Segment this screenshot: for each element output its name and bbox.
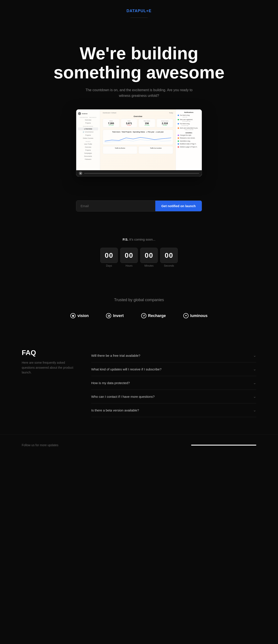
dash-stats-row: Views 7,265 +11.01% Visits 3,671 -0.03% … xyxy=(103,119,173,128)
dash-notif-time-3: Today, 11:59 AM xyxy=(180,129,198,130)
dash-traffic-location-label: Traffic by Location xyxy=(140,148,171,149)
dash-act-item-3: Modified A data in Page X. xyxy=(178,143,200,145)
dashboard-inner: Andrew Favorites · Recents Overview Proj… xyxy=(76,110,202,170)
chevron-down-icon-1: ⌄ xyxy=(253,367,256,372)
dash-notifications: Notifications You fixed a bug. Just now … xyxy=(176,110,202,170)
dash-breadcrumb: Dashboard / Default xyxy=(103,112,116,114)
dash-notif-dot-1 xyxy=(178,119,179,120)
dash-overview-title: Overview xyxy=(103,115,173,118)
countdown-unit-seconds: 00 Seconds xyxy=(160,248,178,267)
footer-bar xyxy=(191,445,256,446)
dash-traffic-device: Traffic by Device xyxy=(103,146,137,154)
countdown-label-seconds: Seconds xyxy=(164,264,174,267)
dash-nav-section-favorites: Favorites · Recents xyxy=(79,117,97,118)
dash-stat-activeusers-label: Active Users xyxy=(158,120,171,122)
hero-heading-line2: something awesome xyxy=(54,63,224,82)
email-section: Get notified on launch xyxy=(0,194,278,229)
vision-icon: ◉ xyxy=(70,313,76,318)
dash-nav-projects[interactable]: Projects xyxy=(78,122,98,124)
dash-nav-overview2[interactable]: ● Overview xyxy=(78,128,98,130)
dash-chart: Total Users · Total Projects · Operating… xyxy=(103,130,173,145)
faq-item-3: Who can I contact if I have more questio… xyxy=(91,390,256,404)
trusted-section: Trusted by global companies ◉ vision ◑ I… xyxy=(0,285,278,336)
faq-item-2: How is my data protected? ⌄ xyxy=(91,376,256,390)
dash-chart-title: Total Users · Total Projects · Operating… xyxy=(105,131,171,133)
dash-username: Andrew xyxy=(82,113,88,114)
faq-title: FAQ xyxy=(22,349,74,357)
hero-section: We're building something awesome The cou… xyxy=(0,31,278,194)
dash-act-text-1: Released a new version. xyxy=(180,137,195,139)
video-bar: ▶ xyxy=(76,170,202,176)
invert-icon: ◑ xyxy=(106,313,111,318)
chevron-down-icon-0: ⌄ xyxy=(253,353,256,358)
dash-notif-text-0: You fixed a bug. Just now xyxy=(180,114,190,118)
dash-act-dot-0 xyxy=(178,134,179,136)
dash-nav-section-dashboards: Dashboards xyxy=(79,126,97,127)
dash-notif-time-1: 59 minutes ago xyxy=(180,120,193,122)
invert-label: Invert xyxy=(113,314,124,318)
dash-act-text-4: Deleted a page in Project X. xyxy=(180,146,198,148)
trusted-logo-luminous: ✦ luminous xyxy=(183,313,208,318)
faq-question-4[interactable]: Is there a beta version available? ⌄ xyxy=(91,408,256,412)
dash-nav-campaigns[interactable]: Campaigns xyxy=(78,152,98,154)
dash-nav-pages-projects[interactable]: Projects xyxy=(78,149,98,152)
dash-nav-followers[interactable]: Followers xyxy=(78,158,98,161)
countdown-label-minutes: Minutes xyxy=(144,264,154,267)
dash-act-text-0: Changed the style. xyxy=(180,134,192,136)
chevron-down-icon-3: ⌄ xyxy=(253,394,256,399)
dash-nav-ecommerce[interactable]: 🛒 eCommerce xyxy=(78,130,98,134)
video-progress-bar[interactable] xyxy=(84,173,199,174)
faq-left: FAQ Here are some frequently asked quest… xyxy=(22,349,74,417)
dash-stat-visits-value: 3,671 xyxy=(123,122,136,125)
navbar: DATAPUL+E xyxy=(0,0,278,18)
dash-act-item-4: Deleted a page in Project X. xyxy=(178,146,200,148)
dash-sidebar: Andrew Favorites · Recents Overview Proj… xyxy=(76,110,100,170)
hero-heading-line1: We're building xyxy=(80,44,198,63)
dash-nav-pages-overview[interactable]: Overview xyxy=(78,146,98,148)
dash-nav-section-pages: Pages xyxy=(79,141,97,142)
get-notified-button[interactable]: Get notified on launch xyxy=(155,201,202,211)
dash-stat-views-label: Views xyxy=(105,120,118,122)
footer: Follow us for more updates xyxy=(0,434,278,456)
faq-item-4: Is there a beta version available? ⌄ xyxy=(91,404,256,417)
dash-topbar: Dashboard / Default Today xyxy=(103,112,173,114)
dash-act-dot-3 xyxy=(178,143,179,144)
countdown-timer: 00 Days 00 Hours 00 Minutes 00 Seconds xyxy=(9,248,269,267)
faq-question-text-1: What kind of updates will I receive if I… xyxy=(91,368,161,371)
countdown-unit-minutes: 00 Minutes xyxy=(140,248,158,267)
dash-notif-time-0: Just now xyxy=(180,116,190,118)
dash-nav-overview[interactable]: Overview xyxy=(78,118,98,121)
faq-question-0[interactable]: Will there be a free trial available? ⌄ xyxy=(91,353,256,358)
trusted-title: Trusted by global companies xyxy=(9,298,269,302)
dash-chart-svg xyxy=(105,134,171,143)
countdown-label-days: Days xyxy=(106,264,112,267)
logo-accent: +E xyxy=(146,9,152,13)
dash-bottom-charts: Traffic by Device Traffic by Location xyxy=(103,146,173,154)
countdown-label-bold: P.S. xyxy=(122,238,128,241)
dash-act-dot-2 xyxy=(178,140,179,142)
countdown-box-seconds: 00 xyxy=(160,248,178,263)
dash-notif-time-2: 12 hours ago xyxy=(180,125,190,126)
countdown-unit-hours: 00 Hours xyxy=(120,248,138,267)
dash-notif-text-1: New user registered. 59 minutes ago xyxy=(180,119,193,122)
faq-question-text-0: Will there be a free trial available? xyxy=(91,354,140,358)
dash-nav-user-profile[interactable]: User Profile xyxy=(78,143,98,146)
breadcrumb-text: Dashboard / Default xyxy=(103,112,116,114)
faq-subtitle: Here are some frequently asked questions… xyxy=(22,360,74,375)
dash-nav-dash-projects[interactable]: Projects xyxy=(78,134,98,136)
dash-nav-documents[interactable]: Documents xyxy=(78,155,98,158)
email-input[interactable] xyxy=(76,201,155,211)
faq-question-2[interactable]: How is my data protected? ⌄ xyxy=(91,380,256,385)
dash-stat-views: Views 7,265 +11.01% xyxy=(103,119,120,128)
dash-stat-views-value: 7,265 xyxy=(105,122,118,125)
video-play-button[interactable]: ▶ xyxy=(79,172,82,175)
dash-stat-newusers-label: New Users xyxy=(140,120,153,122)
dash-nav-online-courses[interactable]: Online Courses xyxy=(78,137,98,140)
faq-item-1: What kind of updates will I receive if I… xyxy=(91,362,256,376)
nav-divider xyxy=(130,18,148,18)
faq-question-3[interactable]: Who can I contact if I have more questio… xyxy=(91,394,256,399)
faq-right: Will there be a free trial available? ⌄ … xyxy=(91,349,256,417)
dash-stat-newusers-value: 156 xyxy=(140,122,153,125)
dash-notif-dot-3 xyxy=(178,128,179,129)
faq-question-1[interactable]: What kind of updates will I receive if I… xyxy=(91,367,256,372)
